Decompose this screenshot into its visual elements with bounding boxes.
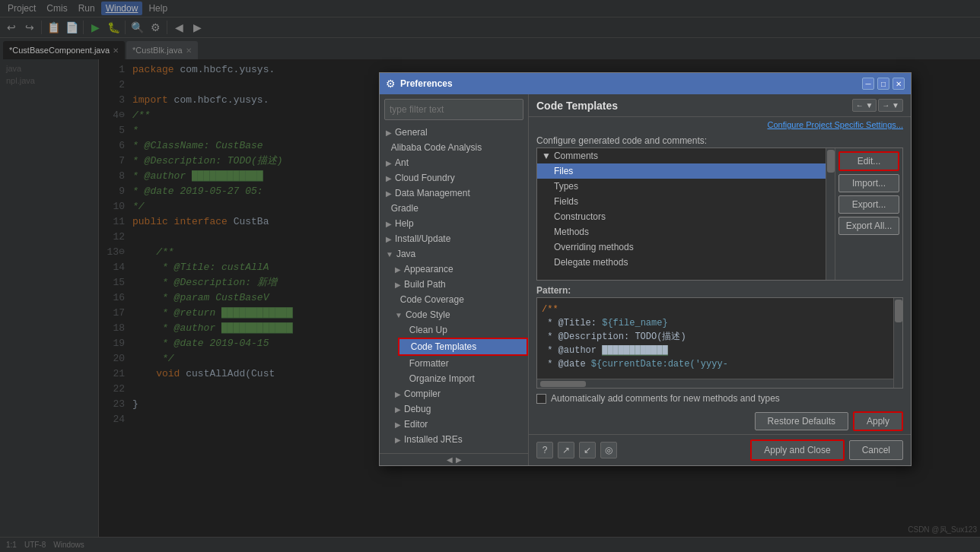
tree-appearance[interactable]: ▶ Appearance bbox=[389, 262, 528, 277]
pattern-javadoc-start: /** bbox=[542, 304, 558, 315]
import-button[interactable]: Import... bbox=[838, 174, 899, 192]
tree-installed-jres[interactable]: ▶ Installed JREs bbox=[389, 432, 528, 447]
edit-button[interactable]: Edit... bbox=[838, 151, 899, 171]
tree-ant[interactable]: ▶ Ant bbox=[380, 155, 528, 170]
template-tree: ▼ Comments Files Types Fields bbox=[537, 148, 826, 280]
ide-background: Project Cmis Run Window Help ↩ ↪ 📋 📄 ▶ 🐛… bbox=[0, 0, 980, 552]
tpl-types[interactable]: Types bbox=[537, 179, 826, 194]
tree-editor-label: Editor bbox=[404, 419, 428, 430]
pattern-date-line: * @date ${currentDate:date('yyyy- bbox=[542, 359, 728, 370]
tree-gradle-arrow bbox=[386, 205, 388, 213]
right-pane-title: Code Templates bbox=[536, 100, 852, 112]
tpl-comments-label: Comments bbox=[554, 151, 598, 161]
configure-project-link[interactable]: Configure Project Specific Settings... bbox=[529, 117, 911, 132]
tree-formatter[interactable]: Formatter bbox=[398, 356, 528, 371]
dialog-minimize-button[interactable]: ─ bbox=[862, 78, 874, 90]
tree-install-arrow: ▶ bbox=[386, 235, 392, 243]
dialog-left-pane: ▶ General Alibaba Code Analysis ▶ Ant ▶ … bbox=[380, 94, 529, 465]
pattern-content: /** * @Title: ${file_name} * @Descriptio… bbox=[537, 298, 902, 388]
tree-compiler[interactable]: ▶ Compiler bbox=[389, 386, 528, 401]
tree-code-templates-label: Code Templates bbox=[411, 341, 477, 352]
tree-alibaba[interactable]: Alibaba Code Analysis bbox=[380, 140, 528, 155]
tree-code-style-label: Code Style bbox=[406, 309, 450, 320]
export-icon[interactable]: ↗ bbox=[558, 442, 574, 458]
tree-installed-jres-arrow: ▶ bbox=[395, 436, 401, 444]
tree-scroll-left[interactable]: ◀ bbox=[447, 455, 453, 464]
tree-code-coverage-arrow bbox=[395, 296, 397, 304]
tpl-group-comments[interactable]: ▼ Comments bbox=[537, 148, 826, 163]
tpl-constructors[interactable]: Constructors bbox=[537, 209, 826, 224]
tree-install-label: Install/Update bbox=[395, 233, 450, 244]
tree-install[interactable]: ▶ Install/Update bbox=[380, 231, 528, 246]
tree-java[interactable]: ▼ Java bbox=[380, 246, 528, 262]
nav-buttons: ← ▼ → ▼ bbox=[852, 99, 903, 112]
tree-code-templates[interactable]: Code Templates bbox=[398, 338, 528, 356]
import-icon[interactable]: ↙ bbox=[579, 442, 596, 458]
circle-icon[interactable]: ◎ bbox=[600, 442, 617, 458]
preferences-tree: ▶ General Alibaba Code Analysis ▶ Ant ▶ … bbox=[380, 125, 528, 453]
tree-build-path[interactable]: ▶ Build Path bbox=[389, 277, 528, 292]
tpl-delegate-label: Delegate methods bbox=[554, 257, 628, 268]
tree-code-coverage[interactable]: Code Coverage bbox=[389, 292, 528, 307]
dialog-close-button[interactable]: ✕ bbox=[892, 78, 905, 90]
tree-help-label: Help bbox=[395, 218, 414, 229]
tree-organize-import-arrow bbox=[404, 375, 406, 383]
apply-button[interactable]: Apply bbox=[853, 411, 903, 431]
tree-data-arrow: ▶ bbox=[386, 189, 392, 198]
export-all-button[interactable]: Export All... bbox=[838, 217, 899, 235]
nav-forward-button[interactable]: → ▼ bbox=[878, 99, 903, 112]
tree-clean-up-arrow bbox=[404, 326, 406, 335]
tpl-methods[interactable]: Methods bbox=[537, 224, 826, 240]
tree-editor[interactable]: ▶ Editor bbox=[389, 417, 528, 432]
tree-cloud-arrow: ▶ bbox=[386, 174, 392, 182]
pattern-title-line: * @Title: ${file_name} bbox=[542, 318, 668, 328]
tree-code-style[interactable]: ▼ Code Style bbox=[389, 307, 528, 322]
tree-ant-label: Ant bbox=[395, 157, 409, 168]
cancel-button[interactable]: Cancel bbox=[849, 440, 903, 460]
pattern-vscrollbar[interactable] bbox=[893, 298, 902, 388]
tpl-comments-arrow: ▼ bbox=[542, 151, 551, 161]
tpl-constructors-label: Constructors bbox=[554, 211, 606, 222]
tpl-delegate[interactable]: Delegate methods bbox=[537, 255, 826, 270]
tree-help[interactable]: ▶ Help bbox=[380, 216, 528, 231]
tree-scroll-right[interactable]: ▶ bbox=[456, 455, 462, 464]
tpl-methods-label: Methods bbox=[554, 227, 589, 237]
tree-debug[interactable]: ▶ Debug bbox=[389, 401, 528, 417]
dialog-right-pane: Code Templates ← ▼ → ▼ Configure Project… bbox=[529, 94, 911, 465]
tpl-overriding-label: Overriding methods bbox=[554, 242, 634, 252]
tree-gradle[interactable]: Gradle bbox=[380, 201, 528, 216]
tree-java-label: Java bbox=[396, 249, 415, 259]
tree-scroll-controls: ◀ ▶ bbox=[380, 453, 528, 465]
tree-java-arrow: ▼ bbox=[386, 250, 393, 259]
tpl-files[interactable]: Files bbox=[537, 163, 826, 179]
tree-organize-import[interactable]: Organize Import bbox=[398, 371, 528, 386]
restore-apply-row: Restore Defaults Apply bbox=[529, 408, 911, 434]
tree-alibaba-label: Alibaba Code Analysis bbox=[391, 142, 482, 153]
auto-add-checkbox[interactable] bbox=[536, 394, 546, 404]
tree-cloud[interactable]: ▶ Cloud Foundry bbox=[380, 170, 528, 186]
dialog-maximize-button[interactable]: □ bbox=[877, 78, 889, 90]
nav-back-button[interactable]: ← ▼ bbox=[852, 99, 877, 112]
tree-formatter-arrow bbox=[404, 360, 406, 368]
tree-code-style-arrow: ▼ bbox=[395, 311, 402, 319]
tree-compiler-arrow: ▶ bbox=[395, 390, 401, 398]
export-button[interactable]: Export... bbox=[838, 195, 899, 214]
configure-label: Configure generated code and comments: bbox=[529, 132, 911, 148]
dialog-body: ▶ General Alibaba Code Analysis ▶ Ant ▶ … bbox=[380, 94, 911, 465]
template-side-buttons: Edit... Import... Export... Export All..… bbox=[835, 148, 902, 280]
filter-input[interactable] bbox=[384, 99, 523, 120]
template-tree-scrollbar[interactable] bbox=[826, 148, 835, 280]
restore-defaults-button[interactable]: Restore Defaults bbox=[755, 412, 848, 430]
pattern-vscrollbar-thumb bbox=[895, 300, 902, 322]
tree-clean-up[interactable]: Clean Up bbox=[398, 322, 528, 338]
tree-data[interactable]: ▶ Data Management bbox=[380, 186, 528, 201]
tree-appearance-arrow: ▶ bbox=[395, 265, 401, 274]
help-icon[interactable]: ? bbox=[536, 442, 553, 458]
apply-close-button[interactable]: Apply and Close bbox=[750, 439, 844, 461]
pattern-hscrollbar[interactable] bbox=[537, 379, 893, 388]
tree-general[interactable]: ▶ General bbox=[380, 125, 528, 140]
tpl-fields[interactable]: Fields bbox=[537, 194, 826, 209]
pattern-label: Pattern: bbox=[529, 281, 911, 297]
tpl-overriding[interactable]: Overriding methods bbox=[537, 240, 826, 255]
tree-clean-up-label: Clean Up bbox=[409, 325, 447, 335]
